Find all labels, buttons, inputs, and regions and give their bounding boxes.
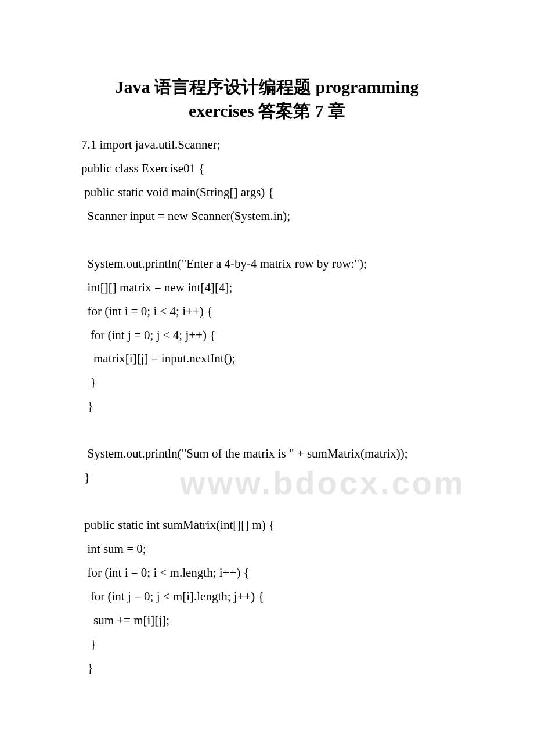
code-line: 7.1 import java.util.Scanner; bbox=[81, 133, 453, 157]
code-line: System.out.println("Enter a 4-by-4 matri… bbox=[81, 252, 453, 276]
code-line: int[][] matrix = new int[4][4]; bbox=[81, 276, 453, 300]
code-line: for (int j = 0; j < 4; j++) { bbox=[81, 323, 453, 347]
code-line: System.out.println("Sum of the matrix is… bbox=[81, 442, 453, 466]
code-line: public static void main(String[] args) { bbox=[81, 181, 453, 204]
document-title: Java 语言程序设计编程题 programming exercises 答案第… bbox=[81, 75, 453, 123]
code-line bbox=[81, 418, 453, 442]
code-line: } bbox=[81, 466, 453, 489]
code-line: for (int i = 0; i < 4; i++) { bbox=[81, 300, 453, 323]
code-line: public static int sumMatrix(int[][] m) { bbox=[81, 513, 453, 537]
code-line: } bbox=[81, 394, 453, 418]
code-block: 7.1 import java.util.Scanner;public clas… bbox=[81, 133, 453, 680]
document-page: Java 语言程序设计编程题 programming exercises 答案第… bbox=[0, 0, 534, 715]
code-line: } bbox=[81, 656, 453, 680]
code-line: matrix[i][j] = input.nextInt(); bbox=[81, 347, 453, 370]
code-line: public class Exercise01 { bbox=[81, 157, 453, 181]
code-line: } bbox=[81, 632, 453, 656]
code-line: int sum = 0; bbox=[81, 537, 453, 561]
code-line: sum += m[i][j]; bbox=[81, 609, 453, 632]
content-wrap: www.bdocx.com 7.1 import java.util.Scann… bbox=[81, 133, 453, 680]
code-line: Scanner input = new Scanner(System.in); bbox=[81, 204, 453, 228]
code-line: for (int i = 0; i < m.length; i++) { bbox=[81, 561, 453, 585]
code-line: for (int j = 0; j < m[i].length; j++) { bbox=[81, 585, 453, 609]
code-line bbox=[81, 489, 453, 513]
code-line: } bbox=[81, 370, 453, 394]
code-line bbox=[81, 228, 453, 252]
